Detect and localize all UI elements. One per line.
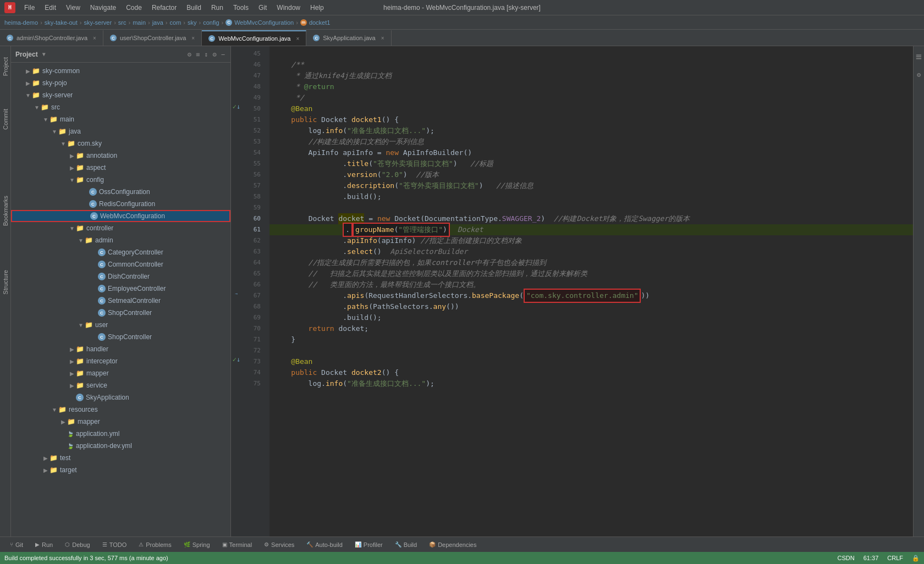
- tree-java[interactable]: ▼ 📁 java: [11, 125, 230, 137]
- tab-close-webmvc[interactable]: ×: [296, 36, 299, 42]
- bc-haimademo[interactable]: heima-demo: [4, 19, 38, 26]
- tree-admin[interactable]: ▼ 📁 admin: [11, 234, 230, 246]
- status-position[interactable]: 61:37: [864, 555, 879, 561]
- menu-navigate[interactable]: Navigate: [86, 3, 120, 13]
- tree-aspect[interactable]: ▶ 📁 aspect: [11, 162, 230, 174]
- bottom-tab-run[interactable]: ▶ Run: [30, 537, 58, 552]
- menu-code[interactable]: Code: [122, 3, 146, 13]
- tab-admin-shop[interactable]: C admin\ShopController.java ×: [0, 30, 103, 46]
- tree-sky-common[interactable]: ▶ 📁 sky-common: [11, 65, 230, 77]
- bottom-tab-spring[interactable]: 🌿 Spring: [178, 537, 216, 552]
- tree-oss-config[interactable]: C OssConfiguration: [11, 186, 230, 198]
- tree-sky-pojo[interactable]: ▶ 📁 sky-pojo: [11, 77, 230, 89]
- bottom-tab-debug[interactable]: ⬡ Debug: [59, 537, 95, 552]
- tree-interceptor[interactable]: ▶ 📁 interceptor: [11, 355, 230, 367]
- menu-window[interactable]: Window: [272, 3, 305, 13]
- bottom-tab-services[interactable]: ⚙ Services: [258, 537, 300, 552]
- tree-mapper[interactable]: ▶ 📁 mapper: [11, 367, 230, 379]
- tree-src[interactable]: ▼ 📁 src: [11, 101, 230, 113]
- tree-test[interactable]: ▶ 📁 test: [11, 452, 230, 464]
- tree-employee-ctrl[interactable]: C EmployeeController: [11, 283, 230, 295]
- bc-skytakeout[interactable]: sky-take-out: [45, 19, 78, 26]
- bottom-tab-terminal[interactable]: ▣ Terminal: [217, 537, 258, 552]
- bc-config[interactable]: config: [203, 19, 219, 26]
- tree-main[interactable]: ▼ 📁 main: [11, 113, 230, 125]
- bottom-tab-autobuild[interactable]: 🔨 Auto-build: [301, 537, 348, 552]
- menu-tools[interactable]: Tools: [229, 3, 253, 13]
- tab-close-skyapp[interactable]: ×: [381, 35, 384, 41]
- menu-run[interactable]: Run: [207, 3, 228, 13]
- tree-app-yml[interactable]: 🍃 application.yml: [11, 428, 230, 440]
- tree-shop-ctrl-user[interactable]: C ShopController: [11, 331, 230, 343]
- gutter-icon-50b[interactable]: ↓: [237, 103, 240, 110]
- tree-webmvc-config[interactable]: C WebMvcConfiguration: [11, 210, 230, 222]
- menu-build[interactable]: Build: [182, 3, 206, 13]
- menu-git[interactable]: Git: [254, 3, 271, 13]
- panel-settings-icon[interactable]: ⚙: [212, 49, 218, 59]
- menu-view[interactable]: View: [62, 3, 85, 13]
- tree-redis-config[interactable]: C RedisConfiguration: [11, 198, 230, 210]
- sidebar-structure-label[interactable]: Structure: [2, 270, 9, 295]
- panel-hide-icon[interactable]: −: [220, 49, 226, 59]
- tree-resources-mapper[interactable]: ▶ 📁 mapper: [11, 416, 230, 428]
- bottom-tab-dependencies[interactable]: 📦 Dependencies: [424, 537, 482, 552]
- tree-handler[interactable]: ▶ 📁 handler: [11, 343, 230, 355]
- tree-com-sky[interactable]: ▼ 📁 com.sky: [11, 137, 230, 150]
- tree-shop-ctrl-admin[interactable]: C ShopController: [11, 307, 230, 319]
- menu-file[interactable]: File: [20, 3, 39, 13]
- file-icon-dish-ctrl: C: [98, 273, 106, 280]
- bc-webmvc[interactable]: WebMvcConfiguration: [234, 19, 294, 26]
- tree-annotation[interactable]: ▶ 📁 annotation: [11, 150, 230, 162]
- ln-47: 47: [242, 70, 265, 81]
- tree-config[interactable]: ▼ 📁 config: [11, 174, 230, 186]
- tree-category-ctrl[interactable]: C CategoryController: [11, 246, 230, 258]
- bc-docket1[interactable]: docket1: [309, 19, 331, 26]
- bottom-tab-problems[interactable]: ⚠ Problems: [133, 537, 177, 552]
- sidebar-bookmarks-label[interactable]: Bookmarks: [2, 196, 9, 226]
- tree-resources[interactable]: ▼ 📁 resources: [11, 403, 230, 416]
- gutter-icon-73b[interactable]: ↓: [237, 356, 240, 363]
- tree-sky-server[interactable]: ▼ 📁 sky-server: [11, 89, 230, 101]
- menu-help[interactable]: Help: [306, 3, 328, 13]
- gutter-icon-73[interactable]: ✓: [233, 356, 237, 363]
- menu-edit[interactable]: Edit: [40, 3, 61, 13]
- tree-app-dev-yml[interactable]: 🍃 application-dev.yml: [11, 440, 230, 452]
- panel-expand-icon[interactable]: ≡: [195, 49, 201, 59]
- bc-src[interactable]: src: [118, 19, 127, 26]
- sidebar-project-label[interactable]: Project: [2, 57, 9, 76]
- tree-target[interactable]: ▶ 📁 target: [11, 464, 230, 476]
- right-sidebar-icon2[interactable]: ⚙: [917, 71, 921, 79]
- tree-dish-ctrl[interactable]: C DishController: [11, 270, 230, 283]
- bc-main[interactable]: main: [133, 19, 146, 26]
- tree-controller[interactable]: ▼ 📁 controller: [11, 222, 230, 234]
- bottom-tab-profiler[interactable]: 📊 Profiler: [349, 537, 388, 552]
- tab-user-shop[interactable]: C user\ShopController.java ×: [103, 30, 202, 46]
- bc-sky[interactable]: sky: [188, 19, 197, 26]
- tree-setmeal-ctrl[interactable]: C SetmealController: [11, 295, 230, 307]
- tree-user[interactable]: ▼ 📁 user: [11, 319, 230, 331]
- right-sidebar-icon1[interactable]: ≡: [916, 51, 922, 62]
- tree-common-ctrl[interactable]: C CommonController: [11, 258, 230, 270]
- bc-skyserver[interactable]: sky-server: [84, 19, 112, 26]
- status-crlf[interactable]: CRLF: [887, 555, 903, 561]
- bottom-tab-git[interactable]: ⑂ Git: [4, 537, 29, 552]
- tab-webmvc[interactable]: C WebMvcConfiguration.java ×: [202, 30, 306, 46]
- bottom-tab-build[interactable]: 🔧 Build: [389, 537, 422, 552]
- panel-gear-icon[interactable]: ⚙: [186, 49, 193, 59]
- bottom-tab-todo[interactable]: ☰ TODO: [97, 537, 133, 552]
- menu-refactor[interactable]: Refactor: [147, 3, 181, 13]
- tab-close-user-shop[interactable]: ×: [191, 35, 195, 41]
- sidebar-commit-label[interactable]: Commit: [2, 109, 9, 130]
- bc-com[interactable]: com: [170, 19, 182, 26]
- code-line-56: .version("2.0") //版本: [270, 169, 913, 180]
- code-content[interactable]: /** * 通过knife4j生成接口文档 * @return */: [270, 46, 913, 537]
- ln-66: 66: [242, 279, 265, 290]
- tab-close-admin-shop[interactable]: ×: [93, 35, 96, 41]
- panel-dropdown-icon[interactable]: ▼: [42, 51, 46, 57]
- gutter-icon-50[interactable]: ✓: [233, 103, 237, 110]
- panel-sort-icon[interactable]: ↕: [203, 49, 209, 59]
- bc-java[interactable]: java: [152, 19, 163, 26]
- tab-skyapp[interactable]: C SkyApplication.java ×: [306, 30, 391, 46]
- tree-service[interactable]: ▶ 📁 service: [11, 379, 230, 391]
- tree-skyapp[interactable]: C SkyApplication: [11, 391, 230, 403]
